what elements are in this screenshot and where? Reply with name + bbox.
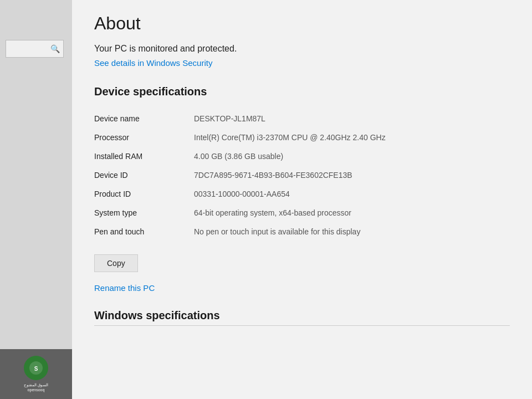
opensooq-logo-icon: S — [28, 360, 44, 376]
search-box[interactable]: 🔍 — [6, 40, 64, 58]
page-title: About — [94, 13, 510, 34]
spec-label: Pen and touch — [94, 222, 194, 241]
section-divider — [94, 325, 510, 326]
rename-pc-link[interactable]: Rename this PC — [94, 283, 510, 293]
windows-security-link[interactable]: See details in Windows Security — [94, 58, 212, 68]
main-content: About Your PC is monitored and protected… — [72, 0, 532, 399]
spec-value: 7DC7A895-9671-4B93-B604-FE3602CFE13B — [194, 166, 510, 185]
spec-value: DESKTOP-JL1M87L — [194, 109, 510, 128]
table-row: Product ID00331-10000-00001-AA654 — [94, 185, 510, 203]
windows-specs-title: Windows specifications — [94, 309, 510, 322]
spec-label: Device ID — [94, 166, 194, 185]
device-specs-table: Device nameDESKTOP-JL1M87LProcessorIntel… — [94, 109, 510, 241]
table-row: Installed RAM4.00 GB (3.86 GB usable) — [94, 147, 510, 166]
table-row: Device ID7DC7A895-9671-4B93-B604-FE3602C… — [94, 166, 510, 185]
watermark-text: السوق المفتوح opensooq — [24, 382, 48, 392]
spec-value: 00331-10000-00001-AA654 — [194, 185, 510, 203]
spec-label: Processor — [94, 128, 194, 147]
search-icon: 🔍 — [50, 44, 60, 53]
table-row: ProcessorIntel(R) Core(TM) i3-2370M CPU … — [94, 128, 510, 147]
sidebar: 🔍 S السوق المفتوح opensooq — [0, 0, 72, 399]
watermark-overlay: S السوق المفتوح opensooq — [0, 349, 72, 399]
device-specs-title: Device specifications — [94, 85, 510, 98]
security-status-text: Your PC is monitored and protected. — [94, 44, 510, 54]
spec-label: Installed RAM — [94, 147, 194, 166]
watermark-logo: S — [24, 356, 48, 380]
table-row: Device nameDESKTOP-JL1M87L — [94, 109, 510, 128]
spec-label: Device name — [94, 109, 194, 128]
spec-label: System type — [94, 203, 194, 222]
copy-button[interactable]: Copy — [94, 254, 138, 272]
spec-value: No pen or touch input is available for t… — [194, 222, 510, 241]
table-row: System type64-bit operating system, x64-… — [94, 203, 510, 222]
spec-value: 64-bit operating system, x64-based proce… — [194, 203, 510, 222]
spec-value: Intel(R) Core(TM) i3-2370M CPU @ 2.40GHz… — [194, 128, 510, 147]
svg-text:S: S — [34, 366, 38, 372]
table-row: Pen and touchNo pen or touch input is av… — [94, 222, 510, 241]
spec-value: 4.00 GB (3.86 GB usable) — [194, 147, 510, 166]
spec-label: Product ID — [94, 185, 194, 203]
